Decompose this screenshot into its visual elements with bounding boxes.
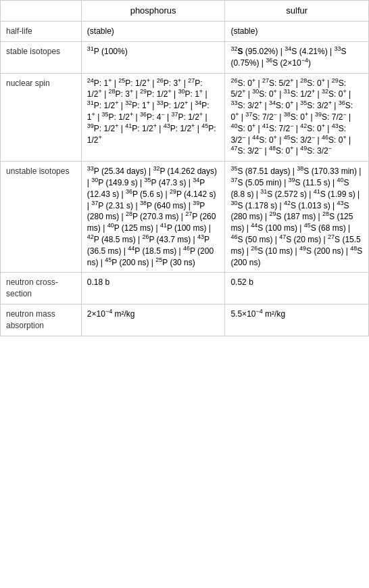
sulfur-cell-1: 32S (95.02%) | 34S (4.21%) | 33S (0.75%)…	[225, 41, 369, 73]
header-phosphorus: phosphorus	[81, 1, 225, 22]
sulfur-cell-3: 35S (87.51 days) | 38S (170.33 min) | 37…	[225, 162, 369, 273]
phosphorus-cell-2: 24P: 1+ | 25P: 1/2+ | 26P: 3+ | 27P: 1/2…	[81, 73, 225, 162]
phosphorus-cell-4: 0.18 b	[81, 273, 225, 304]
row-label-1: stable isotopes	[1, 41, 82, 73]
sulfur-cell-5: 5.5×10−4 m²/kg	[225, 304, 369, 336]
row-label-0: half-life	[1, 22, 82, 42]
row-label-5: neutron mass absorption	[1, 304, 82, 336]
phosphorus-cell-0: (stable)	[81, 22, 225, 42]
row-label-4: neutron cross-section	[1, 273, 82, 304]
header-sulfur: sulfur	[225, 1, 369, 22]
row-label-2: nuclear spin	[1, 73, 82, 162]
phosphorus-cell-1: 31P (100%)	[81, 41, 225, 73]
phosphorus-cell-3: 33P (25.34 days) | 32P (14.262 days) | 3…	[81, 162, 225, 273]
sulfur-cell-4: 0.52 b	[225, 273, 369, 304]
header-label-col	[1, 1, 82, 22]
row-label-3: unstable isotopes	[1, 162, 82, 273]
sulfur-cell-0: (stable)	[225, 22, 369, 42]
phosphorus-cell-5: 2×10−4 m²/kg	[81, 304, 225, 336]
sulfur-cell-2: 26S: 0+ | 27S: 5/2+ | 28S: 0+ | 29S: 5/2…	[225, 73, 369, 162]
